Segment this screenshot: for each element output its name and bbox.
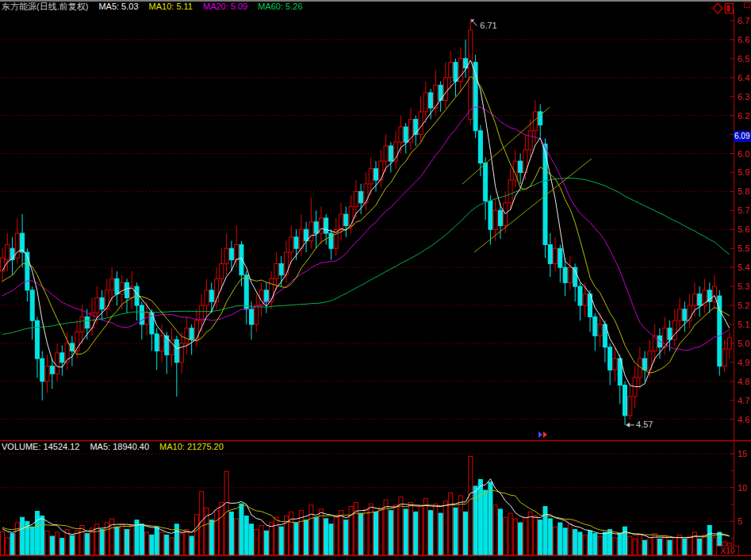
candle-body <box>379 161 383 180</box>
volume-axis-labels: 15105 <box>730 449 748 539</box>
candle-body <box>45 366 49 382</box>
diamond-window-icon[interactable] <box>713 3 722 13</box>
candle-body <box>1 258 5 271</box>
stock-chart-app: { "header": { "title": "东方能源(日线.前复权)", "… <box>0 0 751 560</box>
candle-body <box>250 309 254 324</box>
volume-bar <box>159 532 163 555</box>
volume-bar <box>70 535 74 555</box>
price-ma10-line <box>2 76 730 373</box>
volume-bar <box>235 519 239 555</box>
candle-body <box>554 248 558 263</box>
volume-bar <box>250 524 254 555</box>
volume-bar <box>150 535 154 555</box>
pager-arrow-blue[interactable] <box>538 432 542 438</box>
pager-icon[interactable] <box>538 432 547 438</box>
candle-body <box>339 214 343 229</box>
candle-body <box>722 349 726 366</box>
volume-bar <box>434 504 438 555</box>
candle-body <box>85 316 89 328</box>
volume-bar <box>583 535 587 555</box>
pager-arrow-red[interactable] <box>543 432 547 438</box>
volume-bar <box>473 486 477 555</box>
ma20-value-label: MA20: 5.09 <box>203 2 247 11</box>
candle-body <box>449 63 453 78</box>
volume-bar <box>120 524 124 555</box>
volume-bar <box>484 490 488 555</box>
candle-body <box>707 290 711 301</box>
candle-body <box>264 290 268 301</box>
volume-bar <box>623 527 627 555</box>
volume-bar <box>603 532 607 555</box>
candle-body <box>478 131 482 163</box>
candle-body <box>389 146 393 161</box>
volume-bar <box>707 525 711 555</box>
volume-bar <box>354 502 358 555</box>
volume-bar <box>478 479 482 555</box>
last-price-tag: 6.09 <box>734 131 751 142</box>
price-tick-label: 4.7 <box>738 396 749 405</box>
volume-bar <box>683 539 687 555</box>
candle-body <box>294 237 298 248</box>
volume-bar <box>633 539 637 555</box>
candle-body <box>274 263 278 278</box>
volume-bar <box>593 534 597 555</box>
candle-body <box>314 222 318 233</box>
price-tick-label: 6.6 <box>738 35 749 44</box>
candle-body <box>698 294 702 305</box>
volume-bar <box>613 538 617 555</box>
candle-body <box>235 244 239 259</box>
volume-pane-header: VOLUME: 14524.12 MA5: 18940.40 MA10: 212… <box>2 442 224 452</box>
volume-bar <box>384 500 388 555</box>
volume-bar <box>259 525 263 555</box>
volume-bar <box>170 538 174 555</box>
kline-chart-canvas[interactable]: 6.76.66.56.46.36.26.16.05.95.85.75.65.55… <box>0 0 751 560</box>
volume-bar <box>668 540 672 555</box>
price-tick-label: 6.2 <box>738 111 749 121</box>
candle-body <box>568 267 572 282</box>
volume-bar <box>638 535 642 555</box>
candle-body <box>80 316 84 332</box>
volume-bar <box>499 509 503 555</box>
volume-tick-label: 15 <box>738 449 747 458</box>
candle-body <box>35 320 39 359</box>
trend-lines[interactable] <box>462 107 592 252</box>
volume-bar <box>255 530 259 555</box>
volume-bar <box>672 538 676 555</box>
volume-bar <box>508 513 512 555</box>
corner-close-icon[interactable] <box>745 3 750 8</box>
candle-body <box>484 163 488 201</box>
price-tick-label: 4.8 <box>738 377 749 386</box>
volume-value-label: VOLUME: 14524.12 <box>2 442 79 452</box>
volume-bar <box>115 527 119 555</box>
volume-bar <box>648 538 652 555</box>
volume-bar <box>419 507 423 555</box>
candle-body <box>120 282 124 293</box>
volume-bar <box>305 520 308 555</box>
volume-bar <box>194 515 198 555</box>
candle-body <box>344 214 348 225</box>
volume-bar <box>130 525 134 555</box>
price-tick-label: 4.9 <box>738 358 749 367</box>
candle-body <box>672 320 676 339</box>
volume-bar <box>379 508 383 555</box>
volume-bar <box>314 517 318 555</box>
price-tick-label: 5.5 <box>738 244 749 253</box>
volume-bar <box>10 534 14 555</box>
candle-body <box>349 207 353 226</box>
price-ma5-line <box>2 60 730 387</box>
low-price-annotation: 4.57 <box>636 420 653 429</box>
volume-bar <box>464 512 468 555</box>
candle-body <box>399 127 403 142</box>
volume-bar <box>209 520 213 555</box>
candle-body <box>209 290 213 301</box>
volume-bar <box>190 536 193 555</box>
ma60-value-label: MA60: 5.26 <box>258 2 302 11</box>
candle-body <box>364 184 368 203</box>
candle-body <box>174 339 178 362</box>
volume-bar <box>50 536 54 555</box>
candle-body <box>469 30 473 120</box>
price-tick-label: 5.1 <box>738 320 749 329</box>
volume-bar <box>643 540 647 555</box>
candle-body <box>190 328 193 339</box>
volume-bar <box>21 517 25 555</box>
